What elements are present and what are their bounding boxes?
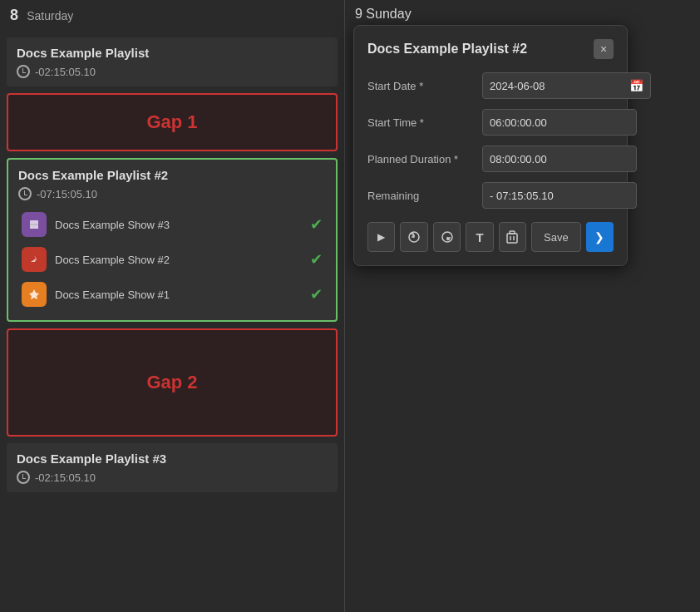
show-2-check: ✔	[310, 250, 323, 269]
panel-header: Docs Example Playlist #2 ×	[367, 39, 614, 59]
svg-rect-8	[510, 231, 515, 234]
list-item: Docs Example Show #2 ✔	[18, 242, 326, 277]
playlist-card-2[interactable]: Docs Example Playlist #2 -07:15:05.10 Do…	[7, 158, 338, 322]
clock-icon-2	[18, 187, 32, 200]
remaining-label: Remaining	[367, 190, 476, 202]
playlist-1-time-value: -02:15:05.10	[35, 66, 96, 78]
start-time-row: Start Time *	[367, 109, 614, 136]
gap-1-card: Gap 1	[7, 93, 338, 151]
panel-title: Docs Example Playlist #2	[367, 42, 527, 57]
panel-close-button[interactable]: ×	[594, 39, 614, 59]
loop-out-button[interactable]	[433, 222, 461, 252]
show-3-name: Docs Example Show #3	[55, 219, 302, 231]
start-date-row: Start Date * 📅	[367, 72, 614, 99]
show-3-check: ✔	[310, 215, 323, 234]
gap-2-label: Gap 2	[146, 372, 197, 393]
right-day-number: 9	[355, 7, 362, 21]
left-day-name: Saturday	[27, 9, 73, 22]
delete-button[interactable]	[499, 222, 526, 252]
clock-icon-1	[17, 65, 30, 78]
playlist-2-title: Docs Example Playlist #2	[18, 168, 326, 182]
playlist-detail-panel: Docs Example Playlist #2 × Start Date * …	[353, 25, 628, 266]
right-day-header: 9 Sunday	[345, 0, 700, 28]
svg-marker-2	[29, 289, 39, 299]
right-day-name: Sunday	[366, 7, 411, 21]
panel-toolbar: ▶ T	[367, 222, 614, 252]
left-day-number: 8	[10, 7, 18, 23]
playlist-2-time: -07:15:05.10	[18, 187, 326, 200]
playlist-card-3[interactable]: Docs Example Playlist #3 -02:15:05.10	[7, 443, 338, 492]
show-1-check: ✔	[310, 285, 323, 304]
show-2-name: Docs Example Show #2	[55, 254, 302, 266]
left-column: 8 Saturday Docs Example Playlist -02:15:…	[0, 0, 345, 612]
right-column: 9 Sunday Docs Example Playlist #2 × Star…	[345, 0, 700, 612]
list-item: Docs Example Show #3 ✔	[18, 207, 326, 242]
next-button[interactable]: ❯	[586, 222, 614, 252]
remaining-input[interactable]	[482, 182, 637, 209]
planned-duration-input[interactable]	[482, 146, 637, 172]
show-1-icon	[22, 282, 47, 307]
remaining-row: Remaining	[367, 182, 614, 209]
gap-2-card: Gap 2	[7, 328, 338, 437]
gap-1-label: Gap 1	[146, 111, 197, 133]
clock-icon-3	[17, 471, 30, 484]
show-2-icon	[22, 247, 47, 272]
loop-in-button[interactable]	[400, 222, 427, 252]
start-time-label: Start Time *	[367, 116, 476, 129]
playlist-3-time: -02:15:05.10	[17, 471, 328, 484]
save-button[interactable]: Save	[531, 222, 581, 252]
planned-duration-label: Planned Duration *	[367, 153, 476, 165]
start-date-field[interactable]: 📅	[482, 72, 651, 99]
show-3-icon	[22, 212, 47, 237]
left-day-header: 8 Saturday	[0, 0, 344, 31]
playlist-1-time: -02:15:05.10	[17, 65, 328, 78]
start-date-input[interactable]	[490, 80, 629, 92]
show-1-name: Docs Example Show #1	[55, 289, 302, 301]
list-item: Docs Example Show #1 ✔	[18, 277, 326, 312]
text-button[interactable]: T	[466, 222, 493, 252]
play-button[interactable]: ▶	[367, 222, 395, 252]
playlist-1-title: Docs Example Playlist	[17, 46, 328, 60]
show-list: Docs Example Show #3 ✔ Docs Example Show…	[18, 207, 326, 312]
start-time-input[interactable]	[482, 109, 637, 136]
planned-duration-row: Planned Duration *	[367, 146, 614, 172]
calendar-icon[interactable]: 📅	[629, 79, 643, 92]
svg-rect-5	[507, 234, 517, 243]
playlist-card-1[interactable]: Docs Example Playlist -02:15:05.10	[7, 37, 338, 86]
playlist-3-time-value: -02:15:05.10	[35, 471, 96, 484]
playlist-3-title: Docs Example Playlist #3	[17, 452, 328, 466]
playlist-2-time-value: -07:15:05.10	[37, 188, 97, 200]
start-date-label: Start Date *	[367, 80, 476, 92]
